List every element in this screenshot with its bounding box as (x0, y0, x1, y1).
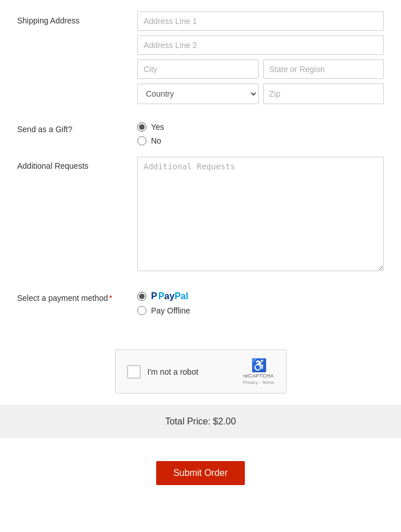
payment-method-fields: PPayPal Pay Offline (137, 289, 384, 315)
additional-requests-textarea[interactable] (137, 157, 384, 271)
paypal-radio-item[interactable]: PPayPal (137, 291, 384, 301)
pay-offline-radio-item[interactable]: Pay Offline (137, 306, 384, 315)
payment-method-label: Select a payment method* (17, 289, 137, 303)
send-gift-label: Send as a Gift? (17, 120, 137, 134)
zip-input[interactable] (263, 84, 384, 104)
no-label: No (151, 136, 161, 145)
submit-order-button[interactable]: Submit Order (156, 461, 245, 485)
additional-requests-fields (137, 157, 384, 277)
recaptcha-icon: ♿ (251, 358, 267, 373)
send-gift-fields: Yes No (137, 120, 384, 145)
yes-radio-item[interactable]: Yes (137, 122, 384, 132)
captcha-checkbox[interactable] (127, 365, 141, 379)
captcha-text: I'm not a robot (148, 367, 198, 376)
captcha-links: Privacy - Terms (243, 380, 275, 385)
captcha-right: ♿ reCAPTCHA Privacy - Terms (243, 358, 275, 385)
city-input[interactable] (137, 59, 259, 79)
total-price-bar: Total Price: $2.00 (0, 405, 401, 438)
captcha-logo: ♿ reCAPTCHA (243, 358, 274, 379)
captcha-box[interactable]: I'm not a robot ♿ reCAPTCHA Privacy - Te… (115, 350, 287, 394)
yes-radio[interactable] (137, 122, 146, 132)
paypal-logo-label: PPayPal (151, 291, 188, 301)
paypal-radio[interactable] (137, 292, 146, 301)
captcha-container: I'm not a robot ♿ reCAPTCHA Privacy - Te… (0, 350, 401, 394)
captcha-left: I'm not a robot (127, 365, 198, 379)
submit-container: Submit Order (0, 444, 401, 502)
shipping-address-label: Shipping Address (17, 11, 137, 25)
no-radio-item[interactable]: No (137, 136, 384, 145)
shipping-address-fields: Country (137, 11, 384, 109)
no-radio[interactable] (137, 136, 146, 145)
paypal-logo: PPayPal (151, 291, 188, 301)
pay-offline-label: Pay Offline (151, 306, 190, 315)
payment-radio-group: PPayPal Pay Offline (137, 289, 384, 315)
pay-offline-radio[interactable] (137, 306, 146, 315)
address-line1-input[interactable] (137, 11, 384, 31)
country-select[interactable]: Country (137, 84, 259, 104)
state-region-input[interactable] (263, 59, 384, 79)
address-line2-input[interactable] (137, 35, 384, 55)
additional-requests-label: Additional Requests (17, 157, 137, 170)
send-gift-radio-group: Yes No (137, 120, 384, 145)
yes-label: Yes (151, 122, 164, 132)
total-price-text: Total Price: $2.00 (165, 416, 236, 426)
captcha-brand: reCAPTCHA (243, 373, 274, 379)
